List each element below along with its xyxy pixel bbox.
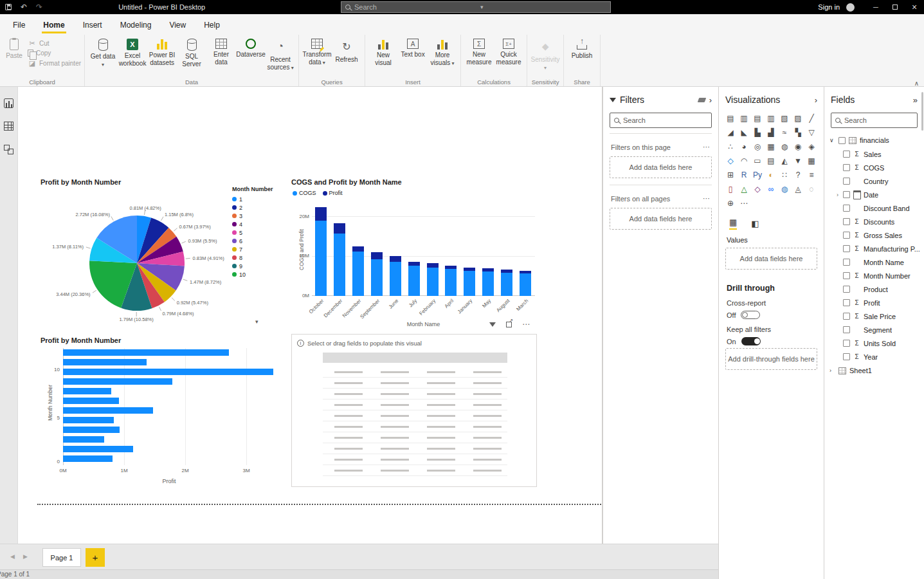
field-row[interactable]: Σ Units Sold [824,336,924,350]
visual-icon-clustered-bar-chart[interactable]: ▤ [751,111,764,125]
transform-data-button[interactable]: Transform data ▾ [302,37,332,68]
field-checkbox[interactable] [843,299,850,306]
visual-icon-area-chart[interactable]: ◢ [724,125,737,139]
bar-month-7[interactable] [63,398,119,404]
cogs-segment[interactable] [464,271,475,296]
pie-legend-item[interactable]: 7 [232,245,287,253]
column-October[interactable] [315,207,327,296]
field-checkbox[interactable] [843,286,850,293]
cogs-segment[interactable] [408,266,420,296]
sign-in-link[interactable]: Sign in [818,3,840,11]
recent-sources-button[interactable]: Recent sources ▾ [266,37,295,73]
sql-server-button[interactable]: SQL Server ▾ [177,37,206,73]
next-page-arrow-icon[interactable]: ▶ [23,553,28,560]
expand-chevron-icon[interactable]: › [829,367,835,374]
pie-legend-item[interactable]: 4 [232,220,287,228]
quick-measure-button[interactable]: Quick measure ▾ [494,37,523,68]
field-row[interactable]: Σ Year [824,350,924,363]
visual-icon-filled-map[interactable]: ◉ [792,140,804,153]
legend-item-cogs[interactable]: COGS [293,190,316,196]
profit-segment[interactable] [334,223,345,234]
new-page-button[interactable]: + [86,548,105,567]
empty-table-visual[interactable]: i Select or drag fields to populate this… [291,334,537,487]
bar-month-10[interactable] [63,369,273,375]
search-dropdown-chevron-icon[interactable]: ▾ [480,4,484,10]
cogs-segment[interactable] [371,259,383,296]
pie-legend-item[interactable]: 2 [232,203,287,212]
drill-through-drop-zone[interactable]: Add drill-through fields here [725,348,817,370]
cogs-segment[interactable] [352,252,364,296]
visual-icon-power-automate[interactable]: ∞ [765,182,777,196]
field-row[interactable]: Σ Gross Sales [824,228,924,242]
column-January[interactable] [464,268,475,296]
pie-legend-item[interactable]: 1 [232,195,287,203]
pie-legend-item[interactable]: 5 [232,228,287,237]
bar-month-6[interactable] [63,407,153,414]
clipboard-button[interactable]: Format painter [28,59,81,67]
maximize-button[interactable] [885,0,905,14]
field-checkbox[interactable] [843,313,850,320]
visual-icon-import-visual[interactable]: ⊕ [724,196,737,210]
undo-icon[interactable]: ↶ [21,3,27,11]
visual-icon-stacked-area-chart[interactable]: ◣ [738,125,750,139]
column-June[interactable] [390,256,401,296]
data-view-button[interactable] [3,120,15,132]
visual-icon-funnel-chart[interactable]: ▽ [805,125,818,139]
field-row[interactable]: Σ Manufacturing P... [824,242,924,255]
filters-search-input[interactable] [623,116,707,124]
visual-icon-custom-visual[interactable]: ◌ [805,182,818,196]
visual-icon-smart-narrative[interactable]: ≡ [805,168,818,181]
column-February[interactable] [427,263,439,296]
field-row[interactable]: Product [824,282,924,296]
visual-icon-shape-map[interactable]: ◈ [805,140,818,153]
field-row[interactable]: Month Name [824,255,924,269]
field-row[interactable]: Country [824,174,924,188]
expand-chevron-icon[interactable]: › [835,192,840,198]
field-row[interactable]: Σ COGS [824,161,924,174]
visual-icon-line-and-clustered-column-chart[interactable]: ▟ [765,125,777,139]
field-row[interactable]: Σ Sales [824,147,924,161]
more-visuals-button[interactable]: More visuals ▾ [428,37,457,68]
avatar[interactable] [846,3,855,12]
legend-overflow-chevron-icon[interactable]: ▾ [255,318,258,325]
new-visual-button[interactable]: New visual ▾ [368,37,398,68]
visual-icon-line-chart[interactable]: ╱ [805,111,818,125]
all-pages-filters-drop-zone[interactable]: Add data fields here [610,208,712,230]
cogs-segment[interactable] [390,262,401,296]
column-December[interactable] [334,223,345,296]
column-September[interactable] [371,252,383,296]
visual-icon-arcgis-map[interactable]: ◍ [778,182,791,196]
bar-month-4[interactable] [63,427,120,433]
field-checkbox[interactable] [843,218,850,225]
paste-button[interactable]: Paste [3,37,25,67]
enter-data-button[interactable]: Enter data ▾ [206,37,236,73]
cogs-segment[interactable] [315,221,327,296]
menu-tab[interactable]: View [160,16,195,35]
values-drop-zone[interactable]: Add data fields here [725,248,817,270]
visual-icon-key-influencers[interactable]: ◐ [765,168,777,181]
menu-tab[interactable]: Insert [74,16,111,35]
bar-month-11[interactable] [63,359,147,365]
pie-legend-item[interactable]: 3 [232,212,287,220]
visual-icon-gauge[interactable]: ◠ [738,154,750,167]
fields-search-input[interactable] [844,116,913,124]
bar-chart-visual[interactable]: Profit by Month Number Month Number 10 5… [41,335,275,487]
visual-icon-r-script[interactable]: R [738,168,750,181]
profit-segment[interactable] [427,263,439,268]
field-checkbox[interactable] [843,353,850,360]
pie-legend-item[interactable]: 10 [232,270,287,279]
more-options-icon[interactable]: ⋯ [522,320,530,329]
field-checkbox[interactable] [843,232,850,239]
pie-legend-item[interactable]: 8 [232,253,287,262]
column-July[interactable] [408,262,420,296]
collapse-chevron-icon[interactable]: ∨ [829,137,835,143]
bar-month-3[interactable] [63,436,104,443]
expand-pane-chevrons-icon[interactable]: » [913,95,918,105]
focus-mode-icon[interactable] [506,322,512,327]
field-row[interactable]: Σ Month Number [824,269,924,282]
visual-icon-scorecard[interactable]: ◬ [792,182,804,196]
profit-segment[interactable] [352,246,364,252]
column-November[interactable] [352,246,364,296]
new-measure-button[interactable]: New measure ▾ [464,37,494,68]
field-checkbox[interactable] [843,340,850,347]
